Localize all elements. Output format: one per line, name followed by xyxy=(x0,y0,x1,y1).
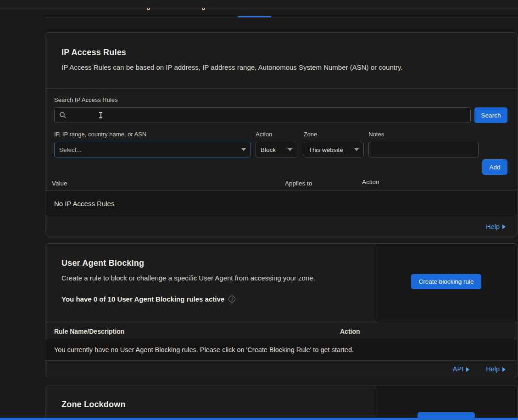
user-agent-blocking-card: User Agent Blocking Create a rule to blo… xyxy=(45,243,518,377)
uab-empty-row: You currently have no User Agent Blockin… xyxy=(45,339,517,361)
uab-action-panel: Create blocking rule xyxy=(375,244,517,322)
ip-rules-empty-row: No IP Access Rules xyxy=(45,191,517,216)
help-link-label: Help xyxy=(486,365,500,373)
value-label: IP, IP range, country name, or ASN xyxy=(54,131,251,138)
ip-rules-search-section: Search IP Access Rules Search xyxy=(45,89,517,125)
search-button[interactable]: Search xyxy=(474,107,507,123)
tab-label-descender-fragment xyxy=(202,8,205,10)
ip-access-rules-card: IP Access Rules IP Access Rules can be b… xyxy=(45,32,518,236)
uab-title: User Agent Blocking xyxy=(61,258,359,268)
tabbar-bottom-border xyxy=(45,17,518,17)
api-link[interactable]: API xyxy=(453,365,469,373)
action-select-value: Block xyxy=(261,146,276,153)
uab-table-header: Rule Name/Description Action xyxy=(45,322,517,339)
add-button[interactable]: Add xyxy=(482,159,507,175)
tab-label-descender-fragment xyxy=(147,8,150,10)
help-link[interactable]: Help xyxy=(486,223,506,230)
value-select[interactable]: Select... xyxy=(54,142,251,157)
zone-select[interactable]: This website xyxy=(304,142,364,157)
ip-rules-table-header: Value Applies to Action xyxy=(45,175,517,191)
zone-lockdown-card: Zone Lockdown Lock down access to specif… xyxy=(45,386,518,420)
ip-rules-footer: Help xyxy=(45,216,517,236)
value-column-header: Value xyxy=(52,180,67,187)
uab-footer: API Help xyxy=(45,361,517,377)
info-icon[interactable]: i xyxy=(228,296,235,302)
ip-rules-empty-text: No IP Access Rules xyxy=(54,200,114,207)
chevron-down-icon xyxy=(241,148,246,151)
chevron-right-icon xyxy=(502,224,506,229)
zone-label: Zone xyxy=(304,131,364,138)
notes-input[interactable] xyxy=(368,142,479,157)
zone-lockdown-info-panel: Zone Lockdown Lock down access to specif… xyxy=(45,386,375,420)
action-column-header: Action xyxy=(340,328,360,335)
ip-access-rules-header: IP Access Rules IP Access Rules can be b… xyxy=(45,33,517,89)
action-select[interactable]: Block xyxy=(256,142,297,157)
notes-label: Notes xyxy=(368,131,479,138)
active-tab-underline[interactable] xyxy=(238,16,271,17)
bottom-blue-bar xyxy=(0,418,518,420)
zone-select-value: This website xyxy=(309,146,343,153)
api-link-label: API xyxy=(453,365,463,373)
add-rule-form: IP, IP range, country name, or ASN Selec… xyxy=(45,125,517,175)
ip-access-rules-title: IP Access Rules xyxy=(61,48,501,57)
zone-lockdown-action-panel: Upgrade to Pro xyxy=(375,386,517,420)
chevron-right-icon xyxy=(502,367,506,372)
chevron-down-icon xyxy=(354,148,359,151)
action-column-header: Action xyxy=(362,179,379,185)
chevron-down-icon xyxy=(288,148,292,151)
zone-lockdown-title: Zone Lockdown xyxy=(61,400,359,409)
help-link[interactable]: Help xyxy=(486,365,506,373)
help-link-label: Help xyxy=(486,223,500,230)
uab-empty-text: You currently have no User Agent Blockin… xyxy=(54,346,354,353)
search-input[interactable] xyxy=(54,107,471,123)
action-label: Action xyxy=(256,131,297,138)
ip-access-rules-description: IP Access Rules can be based on IP addre… xyxy=(61,63,501,71)
uab-description: Create a rule to block or challenge a sp… xyxy=(61,274,359,282)
rule-name-column-header: Rule Name/Description xyxy=(54,328,124,335)
search-label: Search IP Access Rules xyxy=(54,96,507,103)
value-select-placeholder: Select... xyxy=(59,146,82,153)
uab-usage-text: You have 0 of 10 User Agent Blocking rul… xyxy=(61,295,224,303)
top-header-strip xyxy=(0,0,518,9)
uab-info-panel: User Agent Blocking Create a rule to blo… xyxy=(45,244,375,322)
applies-to-column-header: Applies to xyxy=(285,180,312,187)
chevron-right-icon xyxy=(466,367,469,372)
create-blocking-rule-button[interactable]: Create blocking rule xyxy=(411,274,481,289)
